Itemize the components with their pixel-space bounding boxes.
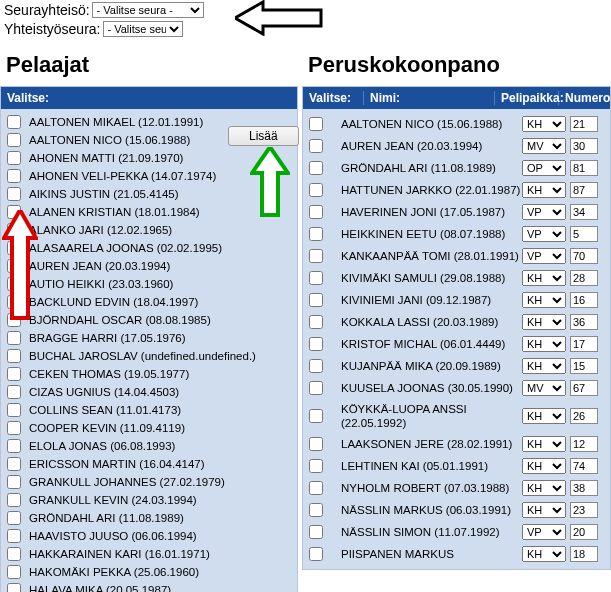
player-checkbox[interactable] bbox=[7, 295, 21, 309]
player-checkbox[interactable] bbox=[7, 367, 21, 381]
player-checkbox[interactable] bbox=[7, 277, 21, 291]
roster-checkbox[interactable] bbox=[309, 227, 323, 241]
player-checkbox[interactable] bbox=[7, 349, 21, 363]
number-input[interactable] bbox=[570, 226, 598, 242]
number-input[interactable] bbox=[570, 204, 598, 220]
roster-checkbox[interactable] bbox=[309, 359, 323, 373]
player-checkbox[interactable] bbox=[7, 457, 21, 471]
position-select[interactable]: VP bbox=[522, 204, 566, 220]
player-checkbox[interactable] bbox=[7, 187, 21, 201]
number-input[interactable] bbox=[570, 480, 598, 496]
player-row: GRANKULL JOHANNES (27.02.1979) bbox=[1, 473, 297, 491]
player-checkbox[interactable] bbox=[7, 547, 21, 561]
number-input[interactable] bbox=[570, 116, 598, 132]
roster-checkbox[interactable] bbox=[309, 205, 323, 219]
position-select[interactable]: KH bbox=[522, 358, 566, 374]
position-select[interactable]: VP bbox=[522, 524, 566, 540]
player-checkbox[interactable] bbox=[7, 583, 21, 592]
player-checkbox[interactable] bbox=[7, 403, 21, 417]
roster-checkbox[interactable] bbox=[309, 437, 323, 451]
player-checkbox[interactable] bbox=[7, 169, 21, 183]
roster-row: NÄSSLIN SIMON (11.07.1992)VP bbox=[303, 521, 610, 543]
roster-checkbox[interactable] bbox=[309, 409, 323, 423]
roster-checkbox[interactable] bbox=[309, 315, 323, 329]
player-checkbox[interactable] bbox=[7, 439, 21, 453]
player-checkbox[interactable] bbox=[7, 205, 21, 219]
roster-checkbox[interactable] bbox=[309, 161, 323, 175]
seurayhteiso-select[interactable]: - Valitse seura - bbox=[92, 2, 204, 18]
player-checkbox[interactable] bbox=[7, 151, 21, 165]
number-input[interactable] bbox=[570, 292, 598, 308]
player-row: ELOLA JONAS (06.08.1993) bbox=[1, 437, 297, 455]
player-checkbox[interactable] bbox=[7, 331, 21, 345]
roster-row: LAAKSONEN JERE (28.02.1991)KH bbox=[303, 433, 610, 455]
number-input[interactable] bbox=[570, 546, 598, 562]
number-input[interactable] bbox=[570, 408, 598, 424]
roster-checkbox[interactable] bbox=[309, 249, 323, 263]
number-input[interactable] bbox=[570, 436, 598, 452]
roster-checkbox[interactable] bbox=[309, 547, 323, 561]
position-select[interactable]: KH bbox=[522, 314, 566, 330]
roster-checkbox[interactable] bbox=[309, 293, 323, 307]
yhteistyoseura-select[interactable]: - Valitse seura - bbox=[103, 21, 183, 37]
player-checkbox[interactable] bbox=[7, 241, 21, 255]
number-input[interactable] bbox=[570, 138, 598, 154]
position-select[interactable]: KH bbox=[522, 546, 566, 562]
position-select[interactable]: VP bbox=[522, 226, 566, 242]
number-input[interactable] bbox=[570, 524, 598, 540]
position-select[interactable]: KH bbox=[522, 270, 566, 286]
position-select[interactable]: KH bbox=[522, 336, 566, 352]
number-input[interactable] bbox=[570, 336, 598, 352]
player-name: HAKOMÄKI PEKKA (25.06.1960) bbox=[25, 565, 291, 579]
player-checkbox[interactable] bbox=[7, 259, 21, 273]
position-select[interactable]: KH bbox=[522, 502, 566, 518]
roster-checkbox[interactable] bbox=[309, 139, 323, 153]
player-checkbox[interactable] bbox=[7, 133, 21, 147]
position-select[interactable]: MV bbox=[522, 380, 566, 396]
player-checkbox[interactable] bbox=[7, 223, 21, 237]
roster-checkbox[interactable] bbox=[309, 525, 323, 539]
player-checkbox[interactable] bbox=[7, 313, 21, 327]
player-checkbox[interactable] bbox=[7, 565, 21, 579]
number-input[interactable] bbox=[570, 380, 598, 396]
player-checkbox[interactable] bbox=[7, 385, 21, 399]
number-input[interactable] bbox=[570, 182, 598, 198]
roster-checkbox[interactable] bbox=[309, 117, 323, 131]
right-header-pelipaikka: Pelipaikka: bbox=[494, 91, 558, 105]
roster-checkbox[interactable] bbox=[309, 271, 323, 285]
roster-checkbox[interactable] bbox=[309, 183, 323, 197]
roster-checkbox[interactable] bbox=[309, 503, 323, 517]
position-select[interactable]: KH bbox=[522, 458, 566, 474]
number-input[interactable] bbox=[570, 248, 598, 264]
add-button[interactable]: Lisää bbox=[228, 126, 299, 146]
number-input[interactable] bbox=[570, 314, 598, 330]
position-select[interactable]: KH bbox=[522, 436, 566, 452]
position-select[interactable]: KH bbox=[522, 292, 566, 308]
position-select[interactable]: MV bbox=[522, 138, 566, 154]
roster-checkbox[interactable] bbox=[309, 459, 323, 473]
player-checkbox[interactable] bbox=[7, 493, 21, 507]
number-input[interactable] bbox=[570, 160, 598, 176]
position-select[interactable]: KH bbox=[522, 182, 566, 198]
number-input[interactable] bbox=[570, 270, 598, 286]
number-input[interactable] bbox=[570, 502, 598, 518]
position-select[interactable]: KH bbox=[522, 116, 566, 132]
position-select[interactable]: KH bbox=[522, 480, 566, 496]
player-name: GRANKULL KEVIN (24.03.1994) bbox=[25, 493, 291, 507]
roster-name: LEHTINEN KAI (05.01.1991) bbox=[337, 459, 522, 473]
player-checkbox[interactable] bbox=[7, 529, 21, 543]
roster-checkbox[interactable] bbox=[309, 481, 323, 495]
roster-checkbox[interactable] bbox=[309, 337, 323, 351]
player-row: HALAVA MIKA (20.05.1987) bbox=[1, 581, 297, 592]
player-checkbox[interactable] bbox=[7, 475, 21, 489]
player-checkbox[interactable] bbox=[7, 511, 21, 525]
player-checkbox[interactable] bbox=[7, 115, 21, 129]
number-input[interactable] bbox=[570, 358, 598, 374]
player-checkbox[interactable] bbox=[7, 421, 21, 435]
roster-name: HATTUNEN JARKKO (22.01.1987) bbox=[337, 183, 522, 197]
position-select[interactable]: KH bbox=[522, 408, 566, 424]
position-select[interactable]: VP bbox=[522, 248, 566, 264]
roster-checkbox[interactable] bbox=[309, 381, 323, 395]
position-select[interactable]: OP bbox=[522, 160, 566, 176]
number-input[interactable] bbox=[570, 458, 598, 474]
